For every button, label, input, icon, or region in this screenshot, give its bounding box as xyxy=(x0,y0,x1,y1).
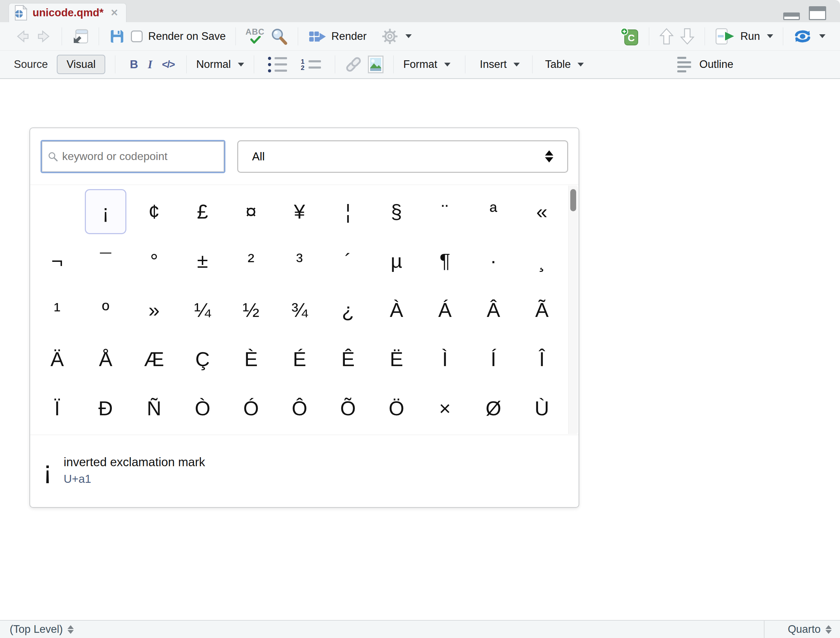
unicode-char-cell[interactable]: Ë xyxy=(376,336,417,381)
unicode-char-cell[interactable]: Ô xyxy=(279,385,320,431)
unicode-char-cell[interactable]: · xyxy=(473,238,514,283)
unicode-char-cell[interactable]: Â xyxy=(473,287,514,332)
tab-visual[interactable]: Visual xyxy=(57,55,105,74)
unicode-char-cell[interactable]: Õ xyxy=(327,385,369,431)
unicode-char-cell[interactable]: Á xyxy=(424,287,466,332)
paragraph-style-dropdown[interactable]: Normal xyxy=(194,56,247,73)
unicode-char-cell[interactable]: Í xyxy=(473,336,514,381)
unicode-char-cell[interactable]: ¾ xyxy=(279,287,320,332)
unicode-char-cell[interactable]: Æ xyxy=(133,336,175,381)
unicode-char-cell[interactable]: ¬ xyxy=(36,238,78,283)
next-chunk-button[interactable] xyxy=(677,25,698,47)
unicode-char-cell[interactable]: Å xyxy=(85,336,126,381)
render-button[interactable]: Render xyxy=(305,27,369,46)
scrollbar[interactable] xyxy=(568,186,578,434)
unicode-char-cell[interactable]: ¼ xyxy=(182,287,223,332)
unicode-char-cell[interactable]: « xyxy=(521,189,563,234)
unicode-char-cell[interactable]: À xyxy=(376,287,417,332)
render-label: Render xyxy=(332,30,367,43)
save-button[interactable] xyxy=(106,26,128,47)
table-menu[interactable]: Table xyxy=(542,56,587,73)
unicode-char-cell[interactable]: Ì xyxy=(424,336,466,381)
rerun-source-button[interactable] xyxy=(790,27,828,46)
render-on-save-checkbox[interactable] xyxy=(131,30,143,42)
render-on-save-toggle[interactable]: Render on Save xyxy=(128,28,229,45)
unicode-char-cell[interactable]: ´ xyxy=(327,238,369,283)
unicode-char-cell[interactable]: ± xyxy=(182,238,223,283)
updown-arrows-icon xyxy=(68,625,74,634)
code-button[interactable]: </> xyxy=(157,59,179,70)
unicode-char-cell[interactable]: Ç xyxy=(182,336,223,381)
unicode-char-cell[interactable]: ¸ xyxy=(521,238,563,283)
unicode-char-cell[interactable]: ¨ xyxy=(424,189,466,234)
document-mode-selector[interactable]: Quarto xyxy=(764,623,840,636)
bullet-list-button[interactable] xyxy=(261,55,294,74)
unicode-char-cell[interactable]: ° xyxy=(133,238,175,283)
forward-button[interactable] xyxy=(33,27,55,46)
link-button[interactable] xyxy=(342,54,365,75)
unicode-char-cell[interactable]: ³ xyxy=(279,238,320,283)
unicode-char-cell[interactable]: ¯ xyxy=(85,238,126,283)
unicode-char-cell[interactable]: ¤ xyxy=(230,189,272,234)
unicode-char-cell[interactable]: ª xyxy=(473,189,514,234)
editor-canvas[interactable]: All ¡¢£¤¥¦§¨ª«¬¯°±²³´µ¶·¸¹º»¼½¾¿ÀÁÂÃÄÅÆÇ… xyxy=(0,79,840,620)
unicode-char-cell[interactable]: Ñ xyxy=(133,385,175,431)
render-options-button[interactable] xyxy=(379,25,414,47)
unicode-char-cell[interactable]: Ù xyxy=(521,385,563,431)
unicode-char-cell[interactable]: ¦ xyxy=(327,189,369,234)
unicode-char-cell[interactable]: ¥ xyxy=(279,189,320,234)
back-button[interactable] xyxy=(12,27,33,46)
unicode-char-cell[interactable]: ½ xyxy=(230,287,272,332)
unicode-char-cell[interactable]: ² xyxy=(230,238,272,283)
format-menu[interactable]: Format xyxy=(401,56,453,73)
unicode-char-cell[interactable]: Î xyxy=(521,336,563,381)
run-button[interactable]: Run xyxy=(712,25,776,47)
previous-chunk-button[interactable] xyxy=(656,25,677,47)
unicode-char-cell[interactable]: µ xyxy=(376,238,417,283)
unicode-char-cell[interactable]: Ï xyxy=(36,385,78,431)
unicode-char-cell[interactable]: Ö xyxy=(376,385,417,431)
unicode-char-cell[interactable]: § xyxy=(376,189,417,234)
unicode-char-cell[interactable]: ¹ xyxy=(36,287,78,332)
unicode-char-cell[interactable]: Ã xyxy=(521,287,563,332)
unicode-char-cell[interactable]: × xyxy=(424,385,466,431)
numbered-list-button[interactable]: 1 2 xyxy=(294,58,328,71)
unicode-char-cell[interactable]: ¶ xyxy=(424,238,466,283)
scope-selector[interactable]: (Top Level) xyxy=(10,623,74,636)
search-input[interactable] xyxy=(61,150,218,163)
insert-chunk-button[interactable]: C xyxy=(617,25,642,48)
unicode-char-cell[interactable]: ¿ xyxy=(327,287,369,332)
image-button[interactable] xyxy=(365,53,387,76)
unicode-char-cell[interactable]: ¡ xyxy=(85,189,126,234)
insert-menu[interactable]: Insert xyxy=(477,56,523,73)
divider xyxy=(393,55,394,73)
unicode-char-cell[interactable]: £ xyxy=(182,189,223,234)
find-replace-button[interactable] xyxy=(267,25,291,47)
unicode-char-cell[interactable]: º xyxy=(85,287,126,332)
spellcheck-button[interactable]: ABC xyxy=(243,27,267,46)
tab-source[interactable]: Source xyxy=(14,58,48,71)
minimize-icon[interactable] xyxy=(783,13,800,20)
editor-tab-unicode-qmd[interactable]: unicode.qmd* ✕ xyxy=(9,3,126,22)
unicode-char-cell[interactable]: Ê xyxy=(327,336,369,381)
open-in-new-window-button[interactable] xyxy=(69,25,92,47)
scrollbar-thumb[interactable] xyxy=(570,189,576,211)
close-icon[interactable]: ✕ xyxy=(111,8,118,18)
bold-button[interactable]: B xyxy=(125,58,143,71)
unicode-char-cell[interactable]: Ä xyxy=(36,336,78,381)
category-select[interactable]: All xyxy=(237,140,568,173)
divider xyxy=(298,27,298,45)
unicode-char-cell[interactable]: Ò xyxy=(182,385,223,431)
italic-button[interactable]: I xyxy=(143,58,157,71)
unicode-char-cell[interactable]: ¢ xyxy=(133,189,175,234)
unicode-char-cell[interactable]: » xyxy=(133,287,175,332)
unicode-char-cell[interactable]: È xyxy=(230,336,272,381)
unicode-char-cell[interactable]: É xyxy=(279,336,320,381)
search-field[interactable] xyxy=(41,140,226,173)
maximize-icon[interactable] xyxy=(809,6,826,20)
unicode-char-cell[interactable] xyxy=(36,189,78,234)
unicode-char-cell[interactable]: Ð xyxy=(85,385,126,431)
unicode-char-cell[interactable]: Ó xyxy=(230,385,272,431)
outline-toggle[interactable]: Outline xyxy=(674,55,736,74)
unicode-char-cell[interactable]: Ø xyxy=(473,385,514,431)
